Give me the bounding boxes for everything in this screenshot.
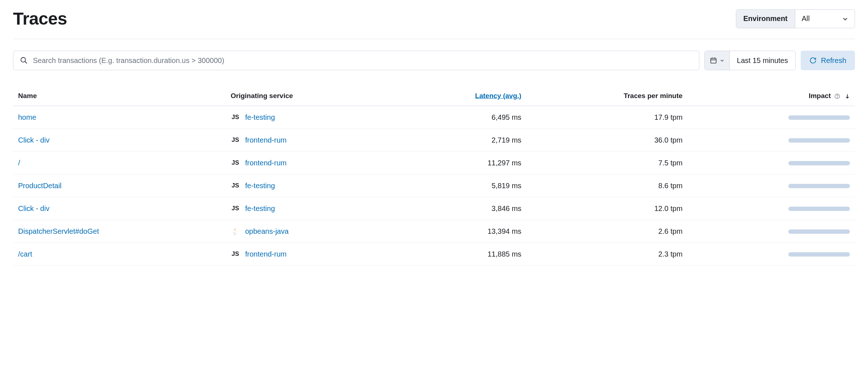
refresh-label: Refresh	[821, 56, 846, 65]
trace-name-link[interactable]: Click - div	[18, 204, 50, 212]
page-title: Traces	[13, 9, 67, 29]
tpm-value: 36.0 tpm	[526, 129, 687, 152]
search-input[interactable]	[33, 56, 692, 65]
latency-value: 5,819 ms	[395, 174, 527, 197]
calendar-icon	[710, 57, 717, 64]
tpm-value: 7.5 tpm	[526, 152, 687, 174]
environment-label: Environment	[736, 10, 795, 28]
time-range-picker[interactable]: Last 15 minutes	[704, 51, 796, 70]
chevron-down-icon	[720, 58, 724, 63]
js-agent-icon: JS	[231, 113, 240, 122]
impact-bar	[788, 115, 850, 120]
table-row: Click - divJSfe-testing3,846 ms12.0 tpm	[13, 197, 855, 220]
impact-bar	[788, 229, 850, 234]
environment-value: All	[802, 14, 810, 23]
tpm-value: 12.0 tpm	[526, 197, 687, 220]
environment-select[interactable]: All	[795, 10, 855, 28]
tpm-value: 17.9 tpm	[526, 106, 687, 129]
trace-name-link[interactable]: DispatcherServlet#doGet	[18, 227, 99, 235]
refresh-button[interactable]: Refresh	[801, 51, 855, 70]
latency-value: 2,719 ms	[395, 129, 527, 152]
time-range-label[interactable]: Last 15 minutes	[730, 51, 795, 70]
col-name[interactable]: Name	[13, 88, 226, 106]
impact-bar	[788, 184, 850, 188]
latency-value: 11,297 ms	[395, 152, 527, 174]
service-link[interactable]: fe-testing	[245, 113, 275, 122]
latency-value: 11,885 ms	[395, 243, 527, 266]
latency-value: 13,394 ms	[395, 220, 527, 243]
table-row: ProductDetailJSfe-testing5,819 ms8.6 tpm	[13, 174, 855, 197]
search-field-wrap[interactable]	[13, 51, 699, 70]
svg-point-0	[21, 58, 26, 62]
js-agent-icon: JS	[231, 204, 240, 213]
environment-filter[interactable]: Environment All	[736, 9, 855, 28]
tpm-value: 2.6 tpm	[526, 220, 687, 243]
service-link[interactable]: frontend-rum	[245, 159, 287, 167]
service-link[interactable]: fe-testing	[245, 204, 275, 213]
impact-bar	[788, 207, 850, 211]
col-impact[interactable]: Impact	[688, 88, 855, 106]
latency-value: 3,846 ms	[395, 197, 527, 220]
service-link[interactable]: fe-testing	[245, 182, 275, 190]
traces-table: Name Originating service Latency (avg.) …	[13, 88, 855, 266]
sort-desc-icon	[845, 94, 850, 99]
table-row: /JSfrontend-rum11,297 ms7.5 tpm	[13, 152, 855, 174]
tpm-value: 2.3 tpm	[526, 243, 687, 266]
refresh-icon	[809, 57, 817, 64]
trace-name-link[interactable]: /	[18, 159, 20, 167]
trace-name-link[interactable]: /cart	[18, 250, 32, 258]
table-row: homeJSfe-testing6,495 ms17.9 tpm	[13, 106, 855, 129]
col-tpm[interactable]: Traces per minute	[526, 88, 687, 106]
trace-name-link[interactable]: ProductDetail	[18, 182, 62, 190]
tpm-value: 8.6 tpm	[526, 174, 687, 197]
svg-point-7	[837, 97, 837, 98]
java-agent-icon	[231, 227, 240, 236]
table-row: DispatcherServlet#doGetopbeans-java13,39…	[13, 220, 855, 243]
search-icon	[20, 56, 28, 64]
js-agent-icon: JS	[231, 135, 240, 145]
js-agent-icon: JS	[231, 158, 240, 168]
table-row: Click - divJSfrontend-rum2,719 ms36.0 tp…	[13, 129, 855, 152]
impact-bar	[788, 252, 850, 257]
help-icon	[834, 93, 840, 99]
service-link[interactable]: opbeans-java	[245, 227, 288, 236]
js-agent-icon: JS	[231, 181, 240, 190]
service-link[interactable]: frontend-rum	[245, 136, 287, 144]
svg-line-1	[25, 62, 27, 64]
trace-name-link[interactable]: home	[18, 113, 36, 121]
svg-rect-2	[711, 58, 716, 63]
latency-value: 6,495 ms	[395, 106, 527, 129]
impact-bar	[788, 138, 850, 143]
table-row: /cartJSfrontend-rum11,885 ms2.3 tpm	[13, 243, 855, 266]
impact-bar	[788, 161, 850, 165]
service-link[interactable]: frontend-rum	[245, 250, 287, 258]
js-agent-icon: JS	[231, 249, 240, 259]
chevron-down-icon	[842, 16, 848, 22]
trace-name-link[interactable]: Click - div	[18, 136, 50, 144]
col-latency[interactable]: Latency (avg.)	[395, 88, 527, 106]
col-service[interactable]: Originating service	[226, 88, 395, 106]
time-quick-button[interactable]	[705, 51, 730, 70]
